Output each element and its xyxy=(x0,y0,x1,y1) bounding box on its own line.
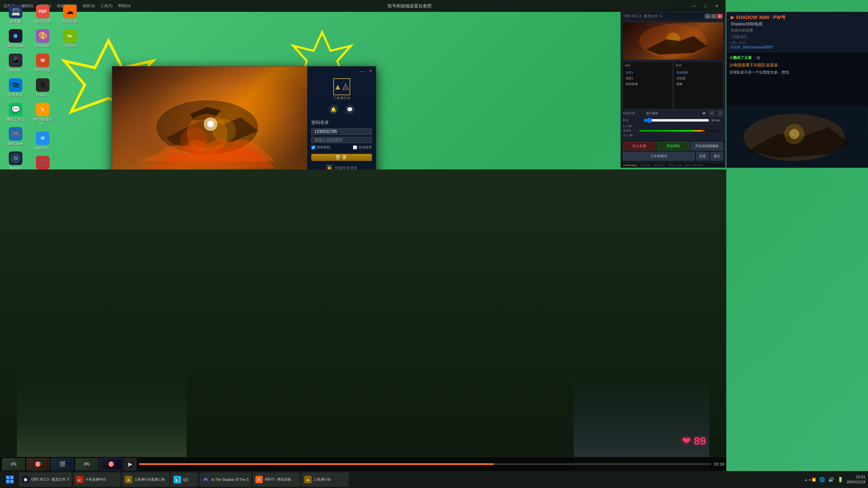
login-options: 保存密码 自动登录 xyxy=(311,145,372,150)
taskbar-item-douyu[interactable]: 🐟 斗鱼直播伴侣 xyxy=(73,472,121,487)
timeline-thumb-4[interactable]: 🎮 xyxy=(75,458,98,470)
remember-password-checkbox[interactable] xyxy=(311,145,315,149)
desktop-icon-wegame[interactable]: 🎮 WeGame xyxy=(3,126,28,147)
taskbar-item-tencent[interactable]: 🎯 60675 - 腾讯游戏 xyxy=(253,472,300,487)
title-bar: 文件(F) 编辑(E) 视图(V) 保留窗口(O) 场景(S) 工具(T) 帮助… xyxy=(0,0,726,12)
timeline-thumb-1[interactable]: 🎮 xyxy=(2,458,25,470)
remember-password-label[interactable]: 保存密码 xyxy=(311,145,330,150)
desktop-icon-obs[interactable]: ⏺ OBS Studio xyxy=(3,28,28,49)
taskbar-shadow-icon: 🎮 xyxy=(202,476,210,483)
settings-button[interactable]: 设置 xyxy=(696,152,709,161)
scene-item-2[interactable]: 场景2 xyxy=(625,76,671,81)
desktop-icon-wps-pdf[interactable]: PDF WPS PDF xyxy=(31,3,55,25)
menu-help[interactable]: 帮助(H) xyxy=(118,3,131,8)
streamer-desc: 在搞头铁连播 xyxy=(731,28,864,33)
dialog-close-button[interactable]: ✕ xyxy=(367,68,374,74)
timeline-thumb-2[interactable]: 🎯 xyxy=(26,458,50,470)
menu-scene[interactable]: 场景(S) xyxy=(82,3,95,8)
tray-battery-icon[interactable]: 🔋 xyxy=(837,477,843,482)
timeline-time: 03:18 xyxy=(714,462,724,467)
transition-select[interactable]: 淡入淡出 切换 xyxy=(644,110,707,116)
obs-close-button[interactable]: ✕ xyxy=(717,14,723,19)
desktop-icon-wps-vip[interactable]: V WPS超级VIP xyxy=(31,101,55,127)
timeline-progress-bar[interactable] xyxy=(139,463,711,465)
source-item-1[interactable]: 游戏捕获 xyxy=(675,70,722,76)
taskbar: ⏺ OBS 30.2.3 - 配置文件: 5 🐟 斗鱼直播伴侣 ▲ 三角洲行动直… xyxy=(0,471,868,488)
dialog-minimize-button[interactable]: — xyxy=(358,68,366,74)
desktop-icon-weixin[interactable]: 💬 微信工作台 xyxy=(3,101,28,123)
source-item-3[interactable]: 图像 xyxy=(675,81,722,87)
desktop-icon-nvidia[interactable]: Nv NVIDIA xyxy=(58,28,82,49)
person-left xyxy=(17,373,186,471)
login-button[interactable]: 登录 xyxy=(311,154,372,161)
taskbar-item-delta1[interactable]: ▲ 三角洲行动直播三角 xyxy=(122,472,170,487)
close-button[interactable]: ✕ xyxy=(711,2,722,11)
notification-icon[interactable]: 🔔 xyxy=(329,105,338,114)
heart-rate-value: 89 xyxy=(694,435,706,447)
meter-green xyxy=(639,130,694,131)
game-thumbnail-area xyxy=(727,107,868,168)
scene-item-3[interactable]: 游戏直播 xyxy=(625,81,671,87)
taskbar-item-qq[interactable]: 🐧 QQ xyxy=(171,472,198,487)
obs-transition-row: 转场动画 淡入淡出 切换 + ⋮ xyxy=(623,110,723,116)
tray-volume-icon[interactable]: 🔊 xyxy=(828,477,834,482)
obs-duration-row: 时长 50 ms xyxy=(623,118,723,123)
obs-scenes-section: 场景 场景1 场景2 游戏直播 xyxy=(623,62,672,109)
tray-network-icon[interactable]: 🌐 xyxy=(819,477,825,482)
chat-user-1: 小鹏画了太麻 xyxy=(729,56,752,60)
desktop-icon-pixstudio[interactable]: 🎨 Pixstudio xyxy=(31,28,55,49)
obs-maximize-button[interactable]: □ xyxy=(711,14,716,19)
username-input[interactable] xyxy=(311,128,372,135)
desktop-icon-aliyun[interactable]: ☁ 阿里云盘 xyxy=(58,3,82,25)
obs-minimize-button[interactable]: — xyxy=(705,14,710,19)
start-recording-button[interactable]: 开始录制 xyxy=(657,142,689,150)
timeline-thumb-5[interactable]: 🎯 xyxy=(100,458,123,470)
auto-login-checkbox[interactable] xyxy=(353,145,357,149)
svg-point-15 xyxy=(789,129,800,139)
transition-add-button[interactable]: + xyxy=(709,110,715,116)
desktop-icon-logi[interactable]: 🖱 LogiG... xyxy=(31,77,55,99)
streamer-uid: UID: 3690 xyxy=(731,41,864,45)
system-clock[interactable]: 22:31 2024/12/24 xyxy=(847,474,865,485)
game-thumbnail-bg xyxy=(727,107,868,168)
tray-icons[interactable]: ▲ ● 🔼 xyxy=(804,478,816,482)
taskbar-item-shadow[interactable]: 🎮 In The Shadow Of The S xyxy=(199,472,252,487)
studio-mode-button[interactable]: 工作室模式 xyxy=(623,152,695,161)
obs-preview-area xyxy=(623,22,723,60)
duration-slider[interactable] xyxy=(644,118,709,123)
taskbar-qq-icon: 🐧 xyxy=(174,476,181,483)
desktop-icon-steam[interactable]: Steam xyxy=(3,150,28,172)
exit-button[interactable]: 退出 xyxy=(710,152,723,161)
transition-remove-button[interactable]: ⋮ xyxy=(717,110,723,116)
start-button[interactable] xyxy=(3,472,17,487)
virtual-cam-button[interactable]: 开始虚拟摄像机 xyxy=(691,142,723,150)
auto-login-label[interactable]: 自动登录 xyxy=(353,145,372,150)
transition-label: 转场动画 xyxy=(623,111,642,116)
stop-streaming-button[interactable]: 停止直播 xyxy=(623,142,655,150)
desktop-icon-sidehole[interactable]: 📱 Sidehole... xyxy=(3,52,28,74)
desktop-icon-pc[interactable]: 💻 此电脑 xyxy=(3,3,28,25)
obs-audio-meters: 4.1 dB 混音器 -0.1 dB xyxy=(623,124,723,138)
desktop-icon-store[interactable]: 🛍 应用商店 xyxy=(3,77,28,99)
obs-preview-content xyxy=(623,22,723,60)
obs-sources-section: 来源 游戏捕获 浏览器 图像 xyxy=(674,62,723,109)
timeline-progress-fill xyxy=(139,463,494,465)
taskbar-tencent-icon: 🎯 xyxy=(255,476,263,483)
play-button[interactable]: ▶ xyxy=(124,458,136,470)
taskbar-item-delta2[interactable]: ▲ 三角洲行动 xyxy=(301,472,349,487)
menu-tools[interactable]: 工具(T) xyxy=(100,3,113,8)
social-icons-row: 🔔 💬 xyxy=(329,105,355,114)
desktop-icon-wayzeset[interactable]: W WayzeS2 xyxy=(31,130,55,152)
scene-item-1[interactable]: 场景1 xyxy=(625,70,671,76)
minimize-button[interactable]: — xyxy=(688,2,699,11)
source-item-2[interactable]: 浏览器 xyxy=(675,76,722,81)
desktop-icon-wps[interactable]: W WPS办公 xyxy=(31,52,55,74)
taskbar-item-obs[interactable]: ⏺ OBS 30.2.3 - 配置文件: 5 xyxy=(19,472,72,487)
chat-content-1: ：放 xyxy=(753,56,760,60)
duration-value: 50 ms xyxy=(711,119,723,122)
password-input[interactable] xyxy=(311,137,372,143)
timeline-thumb-3[interactable]: 🎬 xyxy=(51,458,74,470)
message-icon[interactable]: 💬 xyxy=(345,105,355,114)
maximize-button[interactable]: □ xyxy=(700,2,711,11)
taskbar-obs-icon: ⏺ xyxy=(22,476,29,483)
